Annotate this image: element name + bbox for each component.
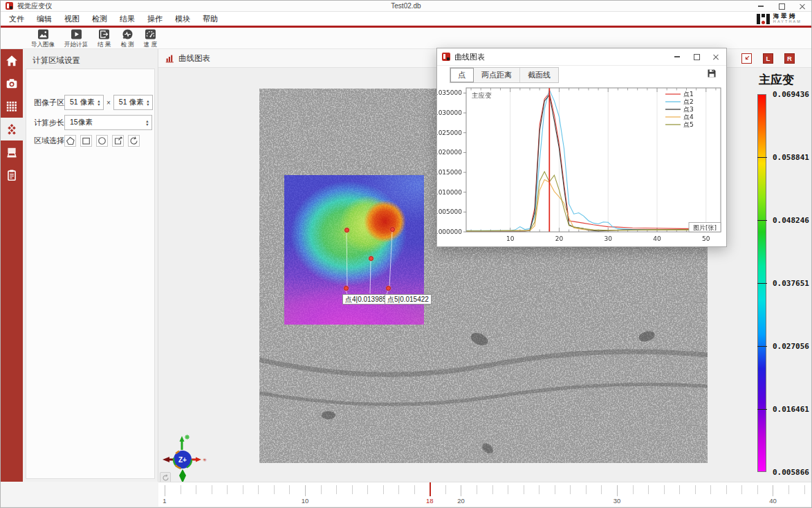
menu-item-5[interactable]: 结果	[113, 13, 141, 24]
sidebar-item-home[interactable]	[1, 49, 23, 72]
toolbar-start-calculation-button[interactable]: 开始计算	[64, 29, 88, 49]
measure-point-5[interactable]	[386, 286, 391, 291]
x-tick-label: 20	[555, 235, 564, 242]
sidebar-item-region[interactable]	[1, 140, 23, 163]
colorbar-value-7: 0.005866	[773, 468, 809, 477]
chart-inner-title: 主应变	[472, 91, 492, 99]
fit-view-button[interactable]	[741, 53, 752, 64]
curve-maximize-button[interactable]	[692, 53, 701, 61]
timeline-tick	[679, 485, 680, 494]
measure-point-1[interactable]	[344, 228, 349, 233]
menu-item-7[interactable]: 模块	[169, 13, 196, 24]
rotate-view-button[interactable]	[160, 472, 171, 482]
home-icon	[6, 55, 18, 67]
brand-name-en: HAYTHAM	[773, 19, 802, 24]
menu-item-3[interactable]: 视图	[58, 13, 86, 24]
timeline-tick	[274, 485, 275, 494]
region-tool-circle-button[interactable]	[96, 135, 108, 147]
subset-y-spinner[interactable]: 51 像素 ▴▾	[113, 95, 153, 110]
tab-curve-chart[interactable]: 曲线图表	[165, 53, 210, 64]
y-tick-label: 0.025000	[437, 129, 462, 136]
pulse-icon	[122, 29, 133, 40]
colorbar-tick	[757, 346, 767, 347]
close-button[interactable]	[797, 2, 807, 10]
strain-heatmap[interactable]: 点4|0.013985点5|0.015422	[284, 175, 424, 325]
toolbar-speed-button[interactable]: 速 度	[144, 29, 157, 49]
colorbar-value-2: 0.058841	[773, 153, 809, 162]
timeline-tick	[352, 485, 353, 494]
timeline-tick	[289, 485, 290, 494]
timeline-tick	[367, 485, 368, 494]
right-image-button[interactable]: R	[784, 53, 795, 64]
curve-window-titlebar[interactable]: 曲线图表	[437, 48, 726, 66]
colorbar-panel: 主应变 0.0694360.0588410.0482460.0376510.02…	[734, 68, 811, 482]
sidebar-item-strain-analysis[interactable]	[1, 118, 23, 140]
sidebar-item-camera[interactable]	[1, 72, 23, 95]
minimize-button[interactable]	[756, 2, 766, 10]
settings-panel-title: 计算区域设置	[23, 49, 158, 66]
plot-area[interactable]	[466, 88, 721, 232]
chart-tab-截面线[interactable]: 截面线	[520, 68, 558, 82]
toolbar-detect-button[interactable]: 检 测	[120, 29, 133, 49]
curve-close-button[interactable]	[711, 53, 721, 61]
curve-minimize-button[interactable]	[672, 53, 682, 61]
toolbar-detect-label: 检 测	[120, 41, 133, 49]
timeline-tick	[570, 485, 571, 494]
subset-x-spinner[interactable]: 51 像素 ▴▾	[64, 95, 104, 110]
timeline-label-1: 1	[163, 497, 166, 505]
measure-point-4[interactable]	[344, 286, 349, 291]
step-spinner[interactable]: 15像素 ▴▾	[64, 115, 152, 130]
tab-curve-chart-label: 曲线图表	[178, 53, 210, 64]
chart-tab-两点距离[interactable]: 两点距离	[474, 68, 520, 82]
curve-chart-plot[interactable]: 0.0000000.0050000.0100000.0150000.020000…	[437, 83, 728, 248]
timeline-tick	[648, 485, 649, 494]
save-chart-button[interactable]	[706, 68, 717, 79]
legend-label-点3: 点3	[683, 106, 694, 113]
step-arrows[interactable]: ▴▾	[143, 119, 151, 126]
subset-y-arrows[interactable]: ▴▾	[144, 99, 152, 106]
region-tool-rectangle-button[interactable]	[80, 135, 92, 147]
timeline-label-10: 10	[302, 497, 309, 505]
timeline-cursor[interactable]	[430, 482, 431, 496]
sidebar-item-report[interactable]	[1, 163, 23, 186]
colorbar-value-6: 0.016461	[773, 405, 809, 414]
subset-row: 图像子区 51 像素 ▴▾ × 51 像素 ▴▾	[26, 95, 154, 110]
menu-item-8[interactable]: 帮助	[196, 13, 224, 24]
rectangle-icon	[82, 136, 91, 145]
y-tick-label: 0.035000	[437, 89, 462, 96]
measure-point-2[interactable]	[390, 227, 395, 232]
menu-item-6[interactable]: 操作	[141, 13, 169, 24]
timeline-tick	[227, 485, 228, 494]
sidebar-item-calc-grid[interactable]	[1, 95, 23, 118]
subset-x-arrows[interactable]: ▴▾	[95, 99, 103, 106]
toolbar-results-button[interactable]: 结 果	[98, 29, 111, 49]
maximize-button[interactable]	[777, 2, 786, 10]
chart-tab-点[interactable]: 点	[450, 68, 474, 82]
left-image-button[interactable]: L	[763, 53, 773, 64]
toolbar-results-label: 结 果	[98, 41, 111, 49]
menu-item-4[interactable]: 检测	[86, 13, 113, 24]
point-annotation-1: 点4|0.013985	[342, 294, 389, 305]
timeline-tick	[461, 485, 461, 496]
region-tool-pentagon-button[interactable]	[64, 135, 76, 147]
measure-point-3[interactable]	[369, 256, 373, 261]
brand-name-cn: 海翠姆	[773, 13, 802, 19]
menu-item-2[interactable]: 编辑	[30, 13, 58, 24]
timeline-label-18: 18	[426, 497, 434, 505]
polygon-edit-icon	[113, 136, 122, 145]
timeline-ruler[interactable]: 11018203040	[158, 482, 811, 507]
strain-icon	[6, 123, 18, 136]
step-label: 计算步长	[34, 118, 64, 128]
menu-item-1[interactable]: 文件	[3, 13, 30, 24]
region-tool-polygon-edit-button[interactable]	[112, 135, 124, 147]
curve-chart-window[interactable]: 曲线图表 点两点距离截面线 0.0000000.0050000.0100000.…	[436, 48, 727, 247]
colorbar-title: 主应变	[759, 72, 794, 88]
toolbar-import-images-button[interactable]: 导入图像	[31, 29, 55, 49]
toolbar-import-images-label: 导入图像	[31, 41, 55, 49]
brand-logo-icon	[757, 14, 770, 24]
region-tool-rotate-button[interactable]	[128, 135, 140, 147]
clipboard-icon	[6, 169, 18, 181]
timeline-tick	[726, 485, 727, 494]
toolbar: 导入图像开始计算结 果检 测速 度	[1, 28, 811, 49]
timeline-tick	[398, 485, 399, 494]
